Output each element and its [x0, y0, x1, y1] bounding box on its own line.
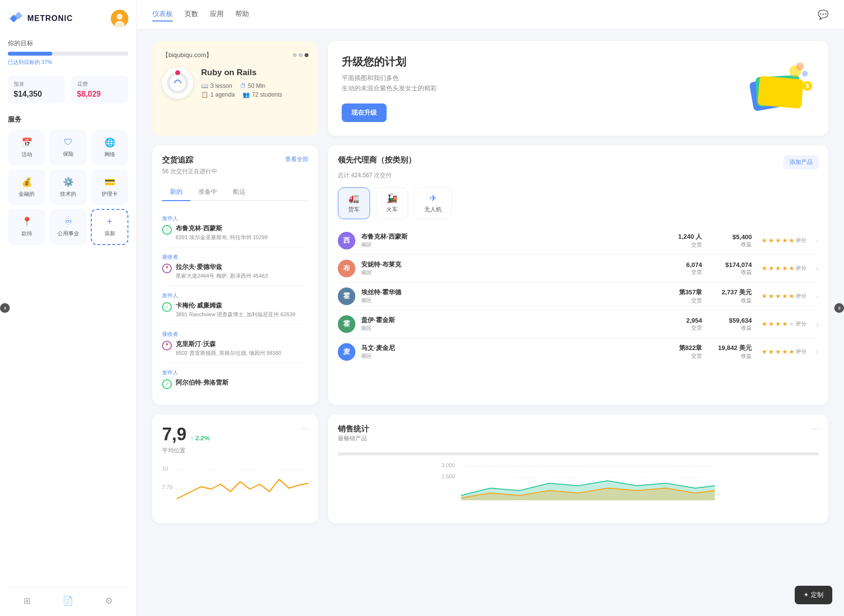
shipment-card: 交货追踪 查看全部 56 次交付正在进行中 新的准备中船运 发件人 ✓ 布鲁克林… [152, 145, 318, 405]
avg-value: 7,9 ↑ 2.2% [162, 424, 210, 445]
star-0-1: ★ [768, 237, 774, 244]
dealer-avatar-1: 布 [338, 260, 355, 277]
star-3-2: ★ [775, 320, 781, 328]
shipment-tab-2[interactable]: 船运 [225, 184, 253, 201]
course-icon-inner [167, 72, 188, 94]
service-icon-1: 🛡 [64, 137, 73, 147]
slider-track[interactable] [338, 452, 819, 455]
upgrade-button[interactable]: 现在升级 [342, 103, 387, 122]
course-title: Ruby on Rails [201, 68, 309, 78]
layers-icon[interactable]: ⊞ [23, 595, 31, 606]
students-icon: 👥 [243, 91, 250, 98]
topnav-link-3[interactable]: 帮助 [235, 8, 249, 21]
shipment-addr-2: 3891 Ranchview 理查森博士, 加利福尼亚州 62639 [176, 311, 295, 318]
service-item-网络[interactable]: 🌐 网络 [91, 130, 128, 165]
course-meta: 📖 3 lesson ⏱ 50 Min 📋 [201, 82, 309, 98]
dealer-avatar-3: 霍 [338, 315, 355, 333]
service-name-0: 活动 [21, 151, 32, 158]
service-item-公用事业[interactable]: ♾ 公用事业 [49, 209, 87, 245]
slider-right[interactable]: ⏸ [834, 303, 844, 313]
service-item-活动[interactable]: 📅 活动 [8, 130, 45, 165]
dealer-arrow-3[interactable]: › [816, 320, 819, 328]
duration-value: 50 Min [248, 82, 266, 89]
view-all-link[interactable]: 查看全部 [285, 155, 309, 164]
shipment-tab-0[interactable]: 新的 [162, 184, 190, 201]
star-2-4: ★ [789, 292, 795, 300]
service-item-款待[interactable]: 📍 款待 [8, 209, 45, 245]
shipment-item-4: 发件人 ✓ 阿尔伯特·弗洛雷斯 [162, 363, 309, 395]
course-icon-wrap [162, 67, 193, 99]
dealer-info-4: 马文·麦金尼 南区 [361, 344, 657, 360]
service-icon-7: ♾ [64, 216, 72, 227]
budget-row: 预算 $14,350 花费 $8,029 [8, 76, 128, 103]
cat-label-0: 货车 [348, 205, 360, 214]
dealer-arrow-1[interactable]: › [816, 265, 819, 272]
shipment-item-2: 发件人 ✓ 卡梅伦·威廉姆森 3891 Ranchview 理查森博士, 加利福… [162, 286, 309, 325]
service-icon-3: 💰 [21, 177, 32, 187]
category-tab-1[interactable]: 🚂 火车 [376, 187, 408, 219]
topnav-link-0[interactable]: 仪表板 [152, 8, 173, 21]
shipment-circle-2: ✓ [162, 302, 172, 312]
dealer-info-2: 埃丝特·霍华德 南区 [361, 288, 657, 304]
svg-text:10: 10 [162, 466, 168, 472]
star-4-3: ★ [782, 348, 788, 355]
service-icon-6: 📍 [21, 216, 32, 227]
budget-value: $14,350 [14, 90, 60, 99]
dealer-name-0: 布鲁克林·西蒙斯 [361, 232, 657, 241]
dealer-region-3: 南区 [361, 325, 657, 332]
sales-title-wrap: 销售统计 最畅销产品 [338, 424, 369, 451]
svg-rect-6 [758, 76, 804, 109]
avg-position-card: 7,9 ↑ 2.2% 平均位置 ··· 10 7.75 [152, 414, 318, 523]
dot3 [305, 53, 309, 57]
dealers-title: 领先代理商（按类别） [338, 155, 416, 165]
dealer-row-0: 西 布鲁克林·西蒙斯 南区 1,240 人 交货 $5,400 收益 ★★★★★… [338, 227, 819, 255]
service-item-技术的[interactable]: ⚙️ 技术的 [49, 169, 87, 205]
sales-more-button[interactable]: ··· [812, 424, 819, 433]
service-item-护理卡[interactable]: 💳 护理卡 [91, 169, 128, 205]
service-item-保险[interactable]: 🛡 保险 [49, 130, 87, 165]
settings-icon[interactable]: ⚙ [105, 595, 113, 606]
avg-change: ↑ 2.2% [190, 434, 210, 442]
sales-chart-wrap: 3,000 2,500 [338, 461, 819, 502]
file-icon[interactable]: 📄 [62, 595, 73, 606]
add-product-button[interactable]: 添加产品 [783, 155, 819, 169]
shipment-person-0: ✓ 布鲁克林·西蒙斯 6391 埃尔金圣塞斯布, 特拉华州 10299 [162, 224, 309, 241]
star-0-2: ★ [775, 237, 781, 244]
star-2-3: ★ [782, 292, 788, 300]
dealer-transactions-4: 第822章 交货 [663, 344, 702, 360]
progress-text: 已达到目标的 37% [8, 59, 128, 66]
notification-icon[interactable]: 💬 [818, 9, 828, 20]
bottom-row: 7,9 ↑ 2.2% 平均位置 ··· 10 7.75 [152, 414, 828, 523]
shipment-tab-1[interactable]: 准备中 [190, 184, 225, 201]
avg-more-button[interactable]: ··· [302, 424, 309, 433]
dealer-region-1: 南区 [361, 269, 657, 276]
shipment-role-1: 接收者 [162, 253, 309, 261]
main-content: 仪表板页数应用帮助 💬 【biqubiqu.com】 [137, 0, 844, 616]
customize-button[interactable]: ✦ 定制 [795, 586, 832, 604]
dealer-revenue-4: 19,842 美元 收益 [708, 344, 752, 360]
category-tab-2[interactable]: ✈ 无人机 [414, 187, 452, 219]
agenda-item: 📋 1 agenda [201, 91, 235, 98]
dealer-region-4: 南区 [361, 352, 657, 360]
service-item-金融的[interactable]: 💰 金融的 [8, 169, 45, 205]
shipment-circle-4: ✓ [162, 379, 172, 389]
svg-point-1 [117, 14, 123, 20]
slider-row: ⏸ ⏸ [338, 452, 819, 455]
service-item-添新[interactable]: + 添新 [91, 209, 128, 245]
topnav-link-2[interactable]: 应用 [210, 8, 224, 21]
shipment-name-3: 克里斯汀·沃森 [176, 340, 281, 349]
shipment-title: 交货追踪 [162, 155, 193, 165]
services-grid: 📅 活动🛡 保险🌐 网络💰 金融的⚙️ 技术的💳 护理卡📍 款待♾ 公用事业+ … [8, 130, 128, 245]
dealer-revenue-2: 2,737 美元 收益 [708, 288, 752, 304]
dealer-revenue-3: $59,634 收益 [708, 317, 752, 331]
sidebar-header: METRONIC [8, 10, 128, 27]
topnav-link-1[interactable]: 页数 [185, 8, 198, 21]
sales-chart-svg: 3,000 2,500 [338, 461, 819, 500]
dealer-arrow-4[interactable]: › [816, 348, 819, 356]
star-3-4: ★ [789, 320, 795, 328]
dealer-arrow-0[interactable]: › [816, 237, 819, 245]
dealer-arrow-2[interactable]: › [816, 292, 819, 300]
shipment-role-2: 发件人 [162, 292, 309, 299]
category-tab-0[interactable]: 🚛 货车 [338, 187, 370, 219]
avg-label: 平均位置 [162, 447, 210, 455]
